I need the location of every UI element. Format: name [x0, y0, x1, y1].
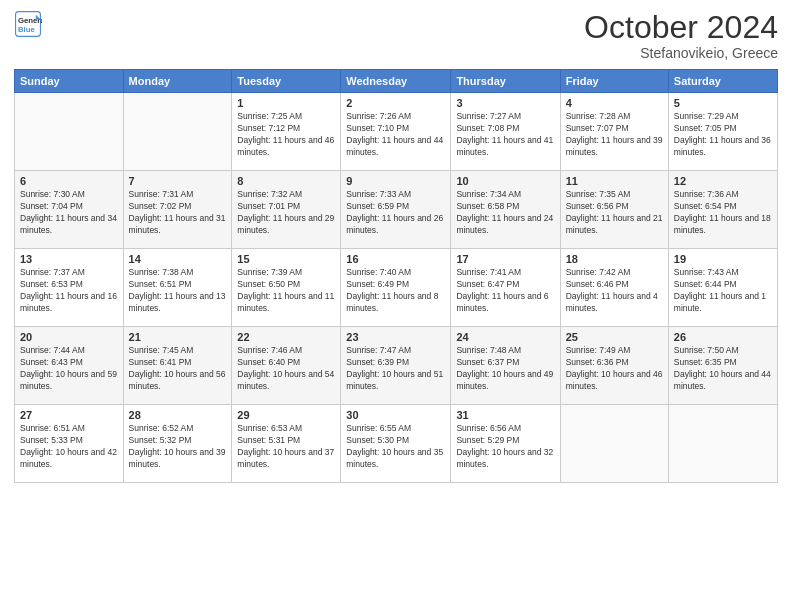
logo: General Blue	[14, 10, 42, 38]
calendar-day-cell: 17Sunrise: 7:41 AMSunset: 6:47 PMDayligh…	[451, 249, 560, 327]
day-number: 3	[456, 97, 554, 109]
day-number: 30	[346, 409, 445, 421]
calendar-day-cell: 6Sunrise: 7:30 AMSunset: 7:04 PMDaylight…	[15, 171, 124, 249]
calendar-week-row: 20Sunrise: 7:44 AMSunset: 6:43 PMDayligh…	[15, 327, 778, 405]
day-info: Sunrise: 7:28 AMSunset: 7:07 PMDaylight:…	[566, 111, 663, 159]
calendar-day-cell: 15Sunrise: 7:39 AMSunset: 6:50 PMDayligh…	[232, 249, 341, 327]
day-info: Sunrise: 7:49 AMSunset: 6:36 PMDaylight:…	[566, 345, 663, 393]
day-info: Sunrise: 7:45 AMSunset: 6:41 PMDaylight:…	[129, 345, 227, 393]
day-number: 22	[237, 331, 335, 343]
location-subtitle: Stefanovikeio, Greece	[584, 45, 778, 61]
day-number: 15	[237, 253, 335, 265]
day-number: 1	[237, 97, 335, 109]
day-number: 10	[456, 175, 554, 187]
day-number: 23	[346, 331, 445, 343]
calendar-day-cell	[668, 405, 777, 483]
calendar-day-cell: 19Sunrise: 7:43 AMSunset: 6:44 PMDayligh…	[668, 249, 777, 327]
calendar-table: SundayMondayTuesdayWednesdayThursdayFrid…	[14, 69, 778, 483]
calendar-week-row: 1Sunrise: 7:25 AMSunset: 7:12 PMDaylight…	[15, 93, 778, 171]
calendar-day-cell: 24Sunrise: 7:48 AMSunset: 6:37 PMDayligh…	[451, 327, 560, 405]
day-info: Sunrise: 6:52 AMSunset: 5:32 PMDaylight:…	[129, 423, 227, 471]
day-number: 26	[674, 331, 772, 343]
calendar-day-cell: 3Sunrise: 7:27 AMSunset: 7:08 PMDaylight…	[451, 93, 560, 171]
logo-icon: General Blue	[14, 10, 42, 38]
day-info: Sunrise: 7:48 AMSunset: 6:37 PMDaylight:…	[456, 345, 554, 393]
day-info: Sunrise: 7:34 AMSunset: 6:58 PMDaylight:…	[456, 189, 554, 237]
day-info: Sunrise: 7:35 AMSunset: 6:56 PMDaylight:…	[566, 189, 663, 237]
weekday-header-cell: Thursday	[451, 70, 560, 93]
weekday-header-row: SundayMondayTuesdayWednesdayThursdayFrid…	[15, 70, 778, 93]
day-info: Sunrise: 7:25 AMSunset: 7:12 PMDaylight:…	[237, 111, 335, 159]
day-info: Sunrise: 7:36 AMSunset: 6:54 PMDaylight:…	[674, 189, 772, 237]
calendar-day-cell: 20Sunrise: 7:44 AMSunset: 6:43 PMDayligh…	[15, 327, 124, 405]
calendar-day-cell: 12Sunrise: 7:36 AMSunset: 6:54 PMDayligh…	[668, 171, 777, 249]
calendar-day-cell: 21Sunrise: 7:45 AMSunset: 6:41 PMDayligh…	[123, 327, 232, 405]
calendar-day-cell: 23Sunrise: 7:47 AMSunset: 6:39 PMDayligh…	[341, 327, 451, 405]
day-info: Sunrise: 7:29 AMSunset: 7:05 PMDaylight:…	[674, 111, 772, 159]
calendar-day-cell: 27Sunrise: 6:51 AMSunset: 5:33 PMDayligh…	[15, 405, 124, 483]
weekday-header-cell: Friday	[560, 70, 668, 93]
day-number: 13	[20, 253, 118, 265]
day-number: 28	[129, 409, 227, 421]
calendar-day-cell: 4Sunrise: 7:28 AMSunset: 7:07 PMDaylight…	[560, 93, 668, 171]
calendar-week-row: 13Sunrise: 7:37 AMSunset: 6:53 PMDayligh…	[15, 249, 778, 327]
day-info: Sunrise: 6:55 AMSunset: 5:30 PMDaylight:…	[346, 423, 445, 471]
day-info: Sunrise: 7:46 AMSunset: 6:40 PMDaylight:…	[237, 345, 335, 393]
day-info: Sunrise: 7:44 AMSunset: 6:43 PMDaylight:…	[20, 345, 118, 393]
calendar-day-cell: 14Sunrise: 7:38 AMSunset: 6:51 PMDayligh…	[123, 249, 232, 327]
day-number: 31	[456, 409, 554, 421]
weekday-header-cell: Wednesday	[341, 70, 451, 93]
day-number: 19	[674, 253, 772, 265]
day-info: Sunrise: 7:27 AMSunset: 7:08 PMDaylight:…	[456, 111, 554, 159]
day-info: Sunrise: 7:42 AMSunset: 6:46 PMDaylight:…	[566, 267, 663, 315]
day-info: Sunrise: 7:37 AMSunset: 6:53 PMDaylight:…	[20, 267, 118, 315]
day-info: Sunrise: 7:31 AMSunset: 7:02 PMDaylight:…	[129, 189, 227, 237]
title-block: October 2024 Stefanovikeio, Greece	[584, 10, 778, 61]
day-number: 24	[456, 331, 554, 343]
calendar-week-row: 6Sunrise: 7:30 AMSunset: 7:04 PMDaylight…	[15, 171, 778, 249]
calendar-day-cell: 10Sunrise: 7:34 AMSunset: 6:58 PMDayligh…	[451, 171, 560, 249]
day-info: Sunrise: 6:51 AMSunset: 5:33 PMDaylight:…	[20, 423, 118, 471]
day-info: Sunrise: 7:30 AMSunset: 7:04 PMDaylight:…	[20, 189, 118, 237]
day-info: Sunrise: 7:38 AMSunset: 6:51 PMDaylight:…	[129, 267, 227, 315]
calendar-day-cell: 7Sunrise: 7:31 AMSunset: 7:02 PMDaylight…	[123, 171, 232, 249]
calendar-day-cell: 25Sunrise: 7:49 AMSunset: 6:36 PMDayligh…	[560, 327, 668, 405]
day-info: Sunrise: 6:56 AMSunset: 5:29 PMDaylight:…	[456, 423, 554, 471]
calendar-day-cell: 28Sunrise: 6:52 AMSunset: 5:32 PMDayligh…	[123, 405, 232, 483]
day-info: Sunrise: 7:40 AMSunset: 6:49 PMDaylight:…	[346, 267, 445, 315]
calendar-day-cell: 9Sunrise: 7:33 AMSunset: 6:59 PMDaylight…	[341, 171, 451, 249]
calendar-day-cell: 11Sunrise: 7:35 AMSunset: 6:56 PMDayligh…	[560, 171, 668, 249]
calendar-body: 1Sunrise: 7:25 AMSunset: 7:12 PMDaylight…	[15, 93, 778, 483]
calendar-day-cell: 13Sunrise: 7:37 AMSunset: 6:53 PMDayligh…	[15, 249, 124, 327]
calendar-day-cell: 2Sunrise: 7:26 AMSunset: 7:10 PMDaylight…	[341, 93, 451, 171]
calendar-day-cell: 18Sunrise: 7:42 AMSunset: 6:46 PMDayligh…	[560, 249, 668, 327]
calendar-day-cell: 16Sunrise: 7:40 AMSunset: 6:49 PMDayligh…	[341, 249, 451, 327]
day-number: 21	[129, 331, 227, 343]
weekday-header-cell: Saturday	[668, 70, 777, 93]
calendar-day-cell: 22Sunrise: 7:46 AMSunset: 6:40 PMDayligh…	[232, 327, 341, 405]
day-number: 14	[129, 253, 227, 265]
day-info: Sunrise: 7:33 AMSunset: 6:59 PMDaylight:…	[346, 189, 445, 237]
day-info: Sunrise: 7:47 AMSunset: 6:39 PMDaylight:…	[346, 345, 445, 393]
day-number: 27	[20, 409, 118, 421]
weekday-header-cell: Monday	[123, 70, 232, 93]
day-number: 9	[346, 175, 445, 187]
day-info: Sunrise: 6:53 AMSunset: 5:31 PMDaylight:…	[237, 423, 335, 471]
day-number: 17	[456, 253, 554, 265]
day-number: 18	[566, 253, 663, 265]
day-number: 11	[566, 175, 663, 187]
calendar-day-cell	[560, 405, 668, 483]
day-number: 25	[566, 331, 663, 343]
day-info: Sunrise: 7:43 AMSunset: 6:44 PMDaylight:…	[674, 267, 772, 315]
calendar-day-cell: 31Sunrise: 6:56 AMSunset: 5:29 PMDayligh…	[451, 405, 560, 483]
day-number: 6	[20, 175, 118, 187]
calendar-day-cell: 26Sunrise: 7:50 AMSunset: 6:35 PMDayligh…	[668, 327, 777, 405]
day-number: 8	[237, 175, 335, 187]
page: General Blue October 2024 Stefanovikeio,…	[0, 0, 792, 612]
day-number: 12	[674, 175, 772, 187]
calendar-day-cell	[123, 93, 232, 171]
calendar-day-cell	[15, 93, 124, 171]
day-info: Sunrise: 7:41 AMSunset: 6:47 PMDaylight:…	[456, 267, 554, 315]
month-title: October 2024	[584, 10, 778, 45]
day-info: Sunrise: 7:39 AMSunset: 6:50 PMDaylight:…	[237, 267, 335, 315]
